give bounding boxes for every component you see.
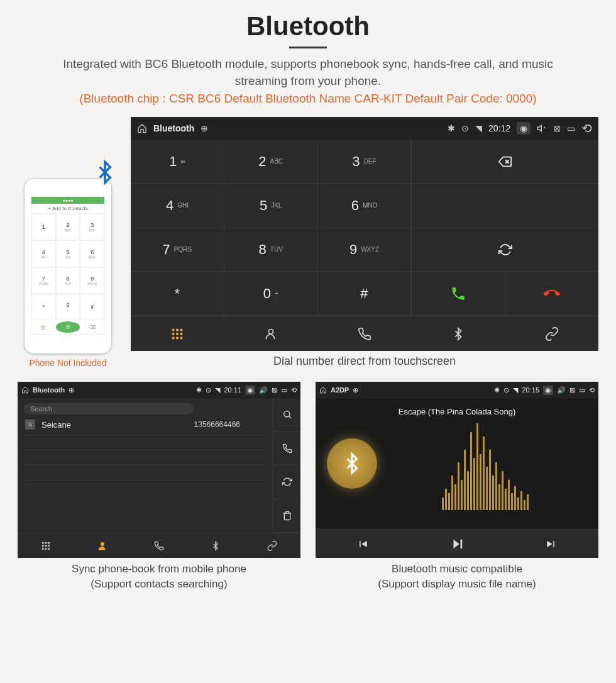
back-icon[interactable]: ⟲	[589, 386, 595, 394]
page-title: Bluetooth	[0, 0, 616, 42]
side-sync-button[interactable]	[273, 465, 300, 499]
camera-icon[interactable]: ◉	[543, 386, 553, 395]
volume-icon[interactable]: 🔊	[259, 386, 268, 394]
home-icon[interactable]	[137, 123, 147, 133]
windows-icon[interactable]: ▭	[567, 123, 575, 133]
key-0[interactable]: 0+	[224, 272, 318, 316]
contact-row[interactable]: S Seicane 13566664466	[24, 414, 267, 435]
bluetooth-signal-icon	[92, 160, 118, 185]
camera-icon[interactable]: ◉	[245, 386, 255, 395]
music-panel: A2DP ⊕ ✱⊙◥ 20:15 ◉ 🔊 ⊠ ▭ ⟲ Escape (The P…	[316, 382, 598, 558]
camera-icon[interactable]: ◉	[517, 122, 531, 135]
windows-icon[interactable]: ▭	[579, 386, 585, 394]
nav-calls[interactable]	[318, 316, 412, 351]
dialer-panel: Bluetooth ⊕ ✱ ⊙ ◥ 20:12 ◉ ⊠ ▭ ⟲ 1∞ 2ABC …	[131, 117, 598, 351]
bluetooth-icon: ✱	[448, 123, 455, 133]
key-4[interactable]: 4GHI	[131, 184, 224, 228]
play-pause-button[interactable]	[410, 530, 504, 558]
nav-contacts[interactable]	[74, 533, 131, 558]
key-6[interactable]: 6MNO	[318, 184, 412, 228]
empty-display	[411, 184, 598, 228]
home-icon[interactable]	[21, 386, 29, 394]
location-icon: ⊙	[461, 123, 469, 133]
contact-row-empty	[24, 435, 267, 450]
nav-contacts[interactable]	[224, 316, 318, 351]
phone-keypad: 12ABC3DEF 4GHI5JKL6MNO 7PQRS8TUV9WXYZ *0…	[31, 214, 104, 320]
contact-initial: S	[25, 419, 35, 430]
back-icon[interactable]: ⟲	[291, 386, 297, 394]
key-7[interactable]: 7PQRS	[131, 228, 224, 272]
svg-point-20	[101, 542, 104, 546]
recent-icon: ▤	[31, 320, 56, 334]
svg-rect-6	[172, 336, 175, 339]
status-title: Bluetooth	[153, 123, 194, 133]
nav-bluetooth[interactable]	[187, 533, 244, 558]
svg-rect-2	[180, 328, 183, 331]
key-8[interactable]: 8TUV	[224, 228, 318, 272]
redial-button[interactable]	[411, 228, 598, 272]
svg-rect-1	[177, 328, 179, 331]
add-contacts-row: + Add to Contacts	[31, 204, 104, 214]
title-underline	[289, 47, 327, 48]
contact-name: Seicane	[41, 420, 71, 430]
statusbar: Bluetooth ⊕ ✱ ⊙ ◥ 20:12 ◉ ⊠ ▭ ⟲	[131, 117, 598, 140]
key-3[interactable]: 3DEF	[318, 140, 412, 184]
next-button[interactable]	[504, 530, 598, 558]
svg-rect-18	[45, 548, 47, 550]
svg-rect-5	[180, 333, 183, 335]
bottom-nav	[131, 316, 598, 351]
usb-icon: ⊕	[69, 386, 74, 394]
hangup-button[interactable]	[505, 272, 598, 316]
usb-icon: ⊕	[201, 123, 208, 133]
search-input[interactable]: Search	[24, 403, 194, 414]
nav-dialpad[interactable]	[18, 533, 74, 558]
volume-icon[interactable]: 🔊	[557, 386, 566, 394]
contacts-panel: Bluetooth ⊕ ✱⊙◥ 20:11 ◉ 🔊 ⊠ ▭ ⟲ Search S…	[18, 382, 300, 558]
dialpad-grid: 1∞ 2ABC 3DEF 4GHI 5JKL 6MNO 7PQRS 8TUV 9…	[131, 140, 411, 316]
svg-point-9	[269, 329, 273, 333]
svg-point-10	[283, 411, 289, 417]
specs-line: (Bluetooth chip : CSR BC6 Default Blueto…	[0, 92, 616, 106]
svg-rect-3	[172, 333, 175, 335]
side-delete-button[interactable]	[273, 499, 300, 533]
dialer-caption: Dial number direct from touchscreen	[131, 355, 598, 368]
status-time: 20:15	[522, 386, 539, 394]
nav-dialpad[interactable]	[131, 316, 224, 351]
wifi-icon: ◥	[513, 386, 518, 394]
key-2[interactable]: 2ABC	[224, 140, 318, 184]
side-call-button[interactable]	[273, 432, 300, 466]
key-9[interactable]: 9WXYZ	[318, 228, 412, 272]
usb-icon: ⊕	[353, 386, 358, 394]
contact-row-empty	[24, 465, 267, 480]
side-search-button[interactable]	[273, 398, 300, 432]
nav-pair[interactable]	[244, 533, 300, 558]
key-5[interactable]: 5JKL	[224, 184, 318, 228]
key-star[interactable]: *	[131, 272, 224, 316]
close-icon[interactable]: ⊠	[553, 123, 561, 133]
close-icon[interactable]: ⊠	[569, 386, 575, 394]
svg-rect-17	[42, 548, 44, 550]
back-icon[interactable]: ⟲	[581, 121, 592, 136]
close-icon[interactable]: ⊠	[272, 386, 277, 394]
svg-rect-15	[45, 545, 47, 547]
nav-bluetooth[interactable]	[411, 316, 505, 351]
key-hash[interactable]: #	[318, 272, 412, 316]
nav-pair[interactable]	[505, 316, 598, 351]
backspace-button[interactable]	[411, 140, 598, 184]
volume-icon[interactable]	[537, 123, 547, 133]
phone-caption: Phone Not Included	[18, 358, 118, 368]
svg-rect-8	[180, 336, 183, 339]
call-button[interactable]	[411, 272, 505, 316]
svg-rect-0	[172, 328, 175, 331]
svg-rect-13	[48, 542, 50, 544]
music-bt-icon	[327, 438, 377, 489]
home-icon[interactable]	[319, 386, 327, 394]
key-1[interactable]: 1∞	[131, 140, 224, 184]
windows-icon[interactable]: ▭	[281, 386, 287, 394]
nav-calls[interactable]	[131, 533, 187, 558]
prev-button[interactable]	[316, 530, 410, 558]
contacts-caption-2: (Support contacts searching)	[18, 577, 300, 592]
svg-rect-11	[42, 542, 44, 544]
phone-mockup: ●●●● + Add to Contacts 12ABC3DEF 4GHI5JK…	[24, 178, 112, 354]
status-time: 20:12	[488, 123, 510, 133]
